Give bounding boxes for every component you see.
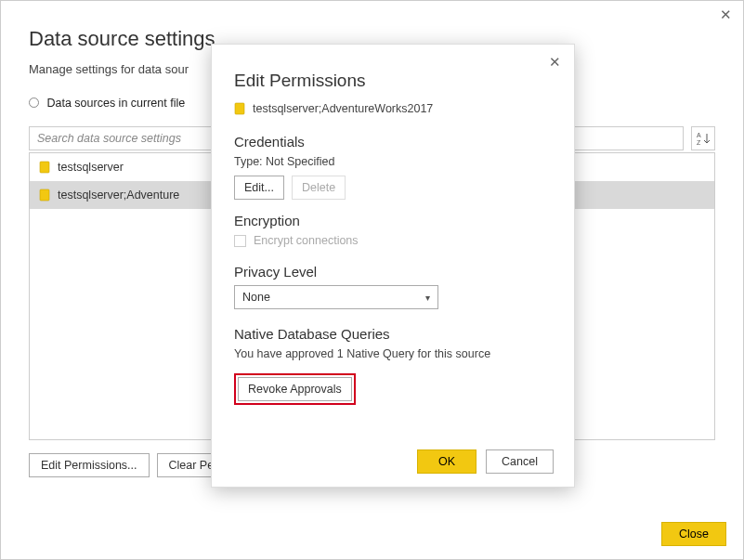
sort-button[interactable]: A Z xyxy=(691,126,715,150)
svg-rect-5 xyxy=(235,103,244,114)
radio-label: Data sources in current file xyxy=(46,97,185,110)
native-queries-msg: You have approved 1 Native Query for thi… xyxy=(234,347,552,360)
radio-icon xyxy=(29,98,39,108)
source-name: testsqlserver;AdventureWorks2017 xyxy=(253,102,433,115)
privacy-level-select[interactable]: None ▾ xyxy=(234,285,438,309)
close-icon[interactable]: ✕ xyxy=(720,7,732,23)
list-item-label: testsqlserver;Adventure xyxy=(58,189,179,202)
cancel-button[interactable]: Cancel xyxy=(486,449,554,474)
list-item-label: testsqlserver xyxy=(58,161,124,174)
database-icon xyxy=(39,161,50,174)
encrypt-checkbox xyxy=(234,235,246,247)
ok-button[interactable]: OK xyxy=(417,449,476,474)
database-icon xyxy=(234,102,245,115)
credentials-heading: Credentials xyxy=(234,134,552,150)
close-icon[interactable]: ✕ xyxy=(549,54,561,71)
edit-permissions-dialog: ✕ Edit Permissions testsqlserver;Adventu… xyxy=(211,44,575,488)
sort-az-icon: A Z xyxy=(696,131,711,146)
privacy-heading: Privacy Level xyxy=(234,264,552,280)
revoke-approvals-button[interactable]: Revoke Approvals xyxy=(238,377,352,401)
delete-credentials-button: Delete xyxy=(292,176,346,200)
revoke-highlight: Revoke Approvals xyxy=(234,373,356,405)
close-button[interactable]: Close xyxy=(661,522,726,546)
dialog-title: Edit Permissions xyxy=(234,71,552,91)
encrypt-label: Encrypt connections xyxy=(254,234,359,247)
svg-text:Z: Z xyxy=(697,139,701,146)
edit-credentials-button[interactable]: Edit... xyxy=(234,176,284,200)
native-queries-heading: Native Database Queries xyxy=(234,326,552,342)
chevron-down-icon: ▾ xyxy=(425,293,430,303)
encryption-heading: Encryption xyxy=(234,213,552,228)
svg-rect-3 xyxy=(40,162,49,173)
database-icon xyxy=(39,189,50,202)
svg-rect-4 xyxy=(40,189,49,201)
search-placeholder: Search data source settings xyxy=(37,132,181,145)
svg-text:A: A xyxy=(697,132,701,138)
edit-permissions-button[interactable]: Edit Permissions... xyxy=(29,453,150,477)
credentials-type: Type: Not Specified xyxy=(234,155,552,168)
privacy-level-value: None xyxy=(242,291,270,304)
